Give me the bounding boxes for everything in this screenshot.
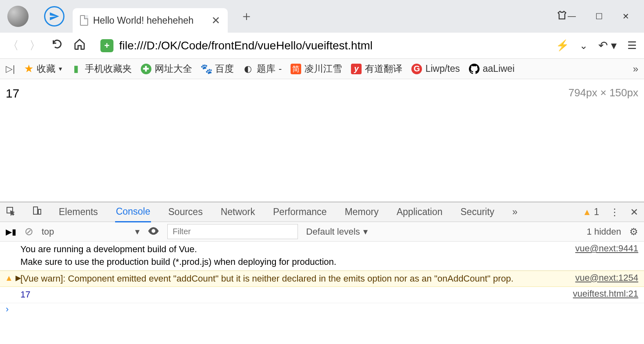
console-warning: ▲ ▶ [Vue warn]: Component emitted event … — [0, 271, 644, 287]
bookmarks-more-icon[interactable]: » — [633, 63, 638, 75]
console-message: You are running a development build of V… — [0, 242, 644, 271]
expand-caret-icon[interactable]: ▶ — [16, 273, 21, 282]
bookmark-baidu[interactable]: 🐾百度 — [201, 62, 234, 75]
caret-down-icon: ▾ — [59, 65, 62, 73]
context-selector[interactable]: top▾ — [42, 226, 140, 237]
console-sidebar-toggle-icon[interactable]: ▶▮ — [6, 227, 16, 237]
new-tab-button[interactable]: ＋ — [240, 7, 253, 25]
page-value: 17 — [6, 87, 638, 100]
bookmark-favorites[interactable]: ★收藏▾ — [24, 62, 62, 75]
bookmark-label: 收藏 — [37, 62, 56, 75]
tab-title: Hello World! heheheheh — [93, 15, 207, 26]
bookmark-youdao[interactable]: y有道翻译 — [351, 62, 402, 75]
bookmark-label: aaLiwei — [483, 63, 515, 74]
tab-network[interactable]: Network — [220, 202, 256, 222]
inspector-dimensions: 794px × 150px — [568, 87, 638, 99]
bookmark-label: Liwp/tes — [425, 63, 460, 74]
devtools-panel: Elements Console Sources Network Perform… — [0, 202, 644, 315]
message-source-link[interactable]: vueiftest.html:21 — [565, 289, 638, 301]
bookmarks-toggle-icon[interactable]: ▷| — [6, 64, 15, 74]
gitee-icon: G — [411, 64, 422, 74]
tab-security[interactable]: Security — [460, 202, 495, 222]
message-source-link[interactable]: vue@next:9441 — [567, 243, 638, 269]
star-icon: ★ — [24, 62, 33, 75]
bookmark-label-suffix: - — [279, 63, 282, 74]
bookmark-label: 网址大全 — [155, 62, 192, 75]
devtools-menu-icon[interactable]: ⋮ — [610, 206, 620, 218]
close-window-button[interactable]: ✕ — [622, 11, 629, 21]
menu-icon[interactable]: ☰ — [627, 39, 637, 52]
forward-button[interactable]: 〉 — [29, 38, 41, 53]
context-label: top — [42, 226, 54, 237]
log-levels-selector[interactable]: Default levels▾ — [306, 226, 368, 237]
browser-titlebar: Hello World! heheheheh ✕ ＋ — ☐ ✕ — [0, 0, 644, 33]
devtools-close-icon[interactable]: ✕ — [630, 206, 638, 218]
warning-triangle-icon: ▲ — [5, 273, 13, 283]
caret-down-icon: ▾ — [363, 226, 368, 237]
bookmark-mobile[interactable]: ▮手机收藏夹 — [71, 62, 132, 75]
browser-tab[interactable]: Hello World! heheheheh ✕ — [73, 8, 228, 33]
message-text: You are running a development build of V… — [20, 243, 567, 269]
bookmark-label: 手机收藏夹 — [85, 62, 132, 75]
warning-triangle-icon: ▲ — [582, 207, 591, 217]
send-plane-icon[interactable] — [44, 6, 64, 27]
tab-memory[interactable]: Memory — [344, 202, 380, 222]
url-text: file:///D:/OK/Code/frontEnd/vueHello/vue… — [119, 39, 373, 52]
message-text: 17 — [20, 289, 565, 301]
inspect-element-icon[interactable] — [6, 206, 16, 218]
bookmark-tiku[interactable]: ◐题库- — [243, 62, 282, 75]
back-button[interactable]: 〈 — [7, 38, 19, 53]
console-toolbar: ▶▮ ⊘ top▾ Default levels▾ 1 hidden ⚙ — [0, 222, 644, 242]
bookmark-label: 题库 — [257, 62, 275, 75]
undo-button[interactable]: ↶ ▾ — [598, 39, 617, 52]
live-expression-icon[interactable] — [148, 226, 159, 237]
close-tab-icon[interactable]: ✕ — [211, 14, 220, 27]
security-shield-icon[interactable]: + — [100, 39, 113, 52]
bookmarks-bar: ▷| ★收藏▾ ▮手机收藏夹 ✚网址大全 🐾百度 ◐题库- 简凌川江雪 y有道翻… — [0, 59, 644, 79]
360-icon: ✚ — [141, 64, 151, 74]
github-icon — [469, 64, 480, 74]
svg-rect-2 — [38, 209, 41, 214]
warning-badge[interactable]: ▲1 — [582, 206, 599, 217]
phone-icon: ▮ — [71, 64, 82, 74]
filter-input[interactable] — [167, 224, 298, 239]
gear-icon[interactable]: ⚙ — [629, 226, 638, 237]
bookmark-github[interactable]: aaLiwei — [469, 63, 515, 74]
levels-label: Default levels — [306, 226, 360, 237]
maximize-button[interactable]: ☐ — [595, 11, 603, 21]
clear-console-icon[interactable]: ⊘ — [24, 225, 33, 238]
console-prompt[interactable]: › — [0, 303, 644, 315]
hidden-count[interactable]: 1 hidden — [587, 226, 621, 237]
youdao-icon: y — [351, 64, 362, 74]
bookmark-360[interactable]: ✚网址大全 — [141, 62, 192, 75]
bookmark-liwp[interactable]: GLiwp/tes — [411, 63, 460, 74]
url-field[interactable]: + file:///D:/OK/Code/frontEnd/vueHello/v… — [96, 37, 545, 55]
tab-application[interactable]: Application — [396, 202, 444, 222]
chevron-down-icon[interactable]: ⌄ — [580, 40, 588, 51]
reload-button[interactable] — [51, 38, 63, 53]
lightning-icon[interactable]: ⚡ — [556, 39, 569, 52]
minimize-button[interactable]: — — [568, 11, 576, 21]
tiku-icon: ◐ — [243, 64, 253, 74]
bookmark-jian[interactable]: 简凌川江雪 — [291, 62, 342, 75]
tab-console[interactable]: Console — [115, 202, 151, 222]
warning-count: 1 — [594, 206, 599, 217]
console-output: You are running a development build of V… — [0, 242, 644, 315]
bookmark-label: 凌川江雪 — [304, 62, 342, 75]
tab-performance[interactable]: Performance — [272, 202, 328, 222]
message-text: [Vue warn]: Component emitted event "add… — [20, 273, 567, 285]
baidu-icon: 🐾 — [201, 64, 212, 74]
svg-rect-1 — [33, 207, 38, 214]
device-toggle-icon[interactable] — [32, 206, 42, 218]
message-source-link[interactable]: vue@next:1254 — [567, 273, 638, 285]
tabs-more-icon[interactable]: » — [511, 202, 518, 222]
tab-elements[interactable]: Elements — [58, 202, 99, 222]
page-viewport: 17 794px × 150px — [0, 79, 644, 202]
theme-icon[interactable] — [556, 9, 568, 24]
tab-sources[interactable]: Sources — [167, 202, 203, 222]
profile-avatar[interactable] — [7, 6, 29, 27]
window-controls: — ☐ ✕ — [568, 11, 629, 21]
jianshu-icon: 简 — [291, 64, 301, 74]
caret-down-icon: ▾ — [135, 226, 140, 237]
home-button[interactable] — [73, 38, 86, 53]
